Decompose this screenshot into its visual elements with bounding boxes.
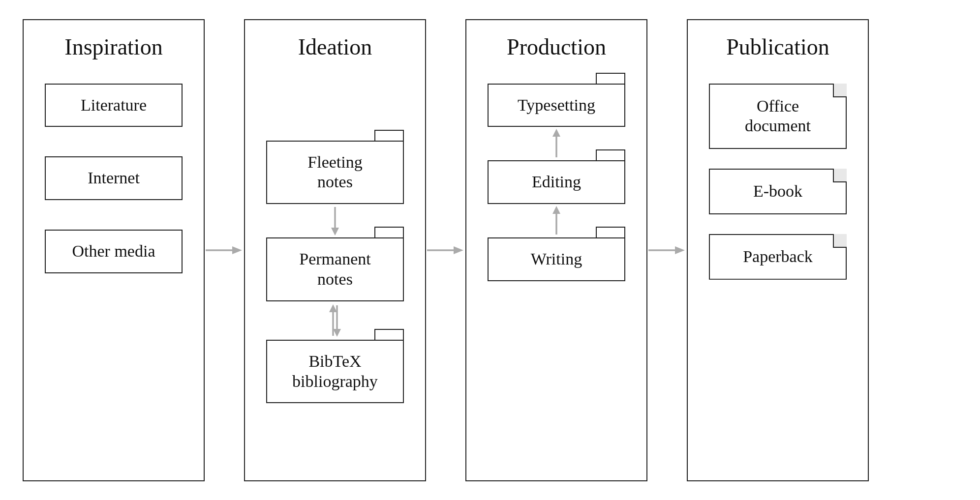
permanent-notes-node: Permanentnotes — [266, 237, 404, 301]
svg-marker-7 — [329, 304, 337, 312]
ebook-node: E-book — [709, 169, 847, 214]
paperback-node: Paperback — [709, 234, 847, 280]
writing-node: Writing — [488, 237, 625, 281]
svg-marker-11 — [552, 129, 560, 137]
diagram: Inspiration Literature Internet Other me… — [23, 14, 957, 486]
editing-node: Editing — [488, 160, 625, 204]
bibtex-node: BibTeXbibliography — [266, 340, 404, 404]
publication-title: Publication — [726, 34, 829, 60]
svg-marker-5 — [333, 329, 341, 337]
svg-marker-3 — [331, 228, 339, 235]
svg-marker-15 — [675, 246, 685, 254]
office-document-node: Officedocument — [709, 84, 847, 149]
arrow-inspiration-ideation — [205, 241, 244, 259]
publication-column: Publication Officedocument E-book Paperb… — [687, 19, 869, 481]
ideation-title: Ideation — [298, 34, 372, 60]
production-title: Production — [507, 34, 606, 60]
ideation-column: Ideation Fleetingnotes Permanent — [244, 19, 426, 481]
arrow-editing-typesetting — [548, 129, 565, 158]
inspiration-column: Inspiration Literature Internet Other me… — [23, 19, 205, 481]
literature-node: Literature — [45, 84, 183, 127]
svg-marker-1 — [232, 246, 242, 254]
fleeting-notes-node: Fleetingnotes — [266, 141, 404, 205]
svg-marker-13 — [552, 206, 560, 214]
production-column: Production Typesetting Editing — [465, 19, 647, 481]
arrow-permanent-bibtex — [326, 303, 344, 338]
arrow-ideation-production — [426, 241, 465, 259]
inspiration-title: Inspiration — [64, 34, 162, 60]
internet-node: Internet — [45, 156, 183, 200]
typesetting-node: Typesetting — [488, 84, 625, 127]
arrow-writing-editing — [548, 206, 565, 235]
other-media-node: Other media — [45, 230, 183, 273]
arrow-fleeting-permanent — [326, 206, 344, 235]
arrow-production-publication — [647, 241, 687, 259]
svg-marker-9 — [454, 246, 463, 254]
